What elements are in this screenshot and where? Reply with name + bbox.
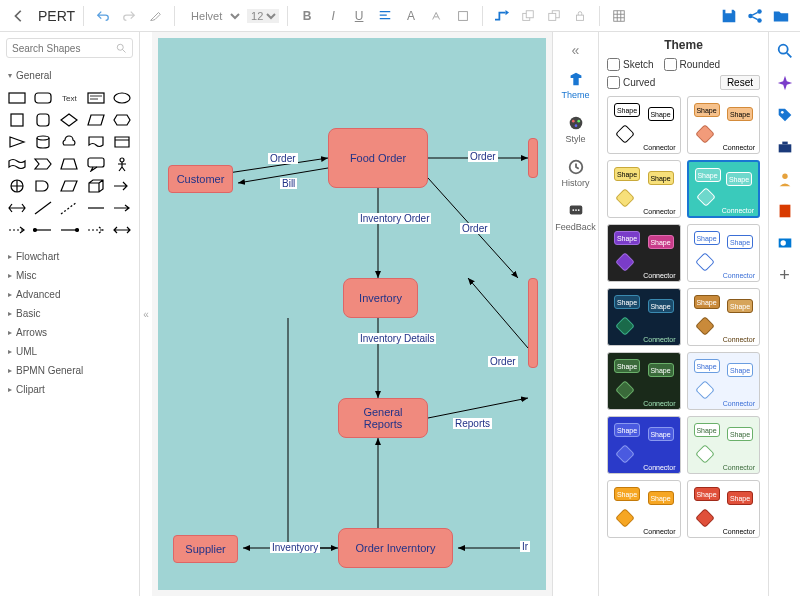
to-back-button[interactable] <box>543 5 565 27</box>
shape-arrow[interactable] <box>111 177 133 195</box>
theme-card-10[interactable]: ShapeShapeConnector <box>607 416 681 474</box>
shape-line2[interactable] <box>85 199 107 217</box>
theme-card-9[interactable]: ShapeShapeConnector <box>687 352 761 410</box>
to-front-button[interactable] <box>517 5 539 27</box>
theme-card-7[interactable]: ShapeShapeConnector <box>687 288 761 346</box>
theme-reset-button[interactable]: Reset <box>720 75 760 90</box>
shape-tape[interactable] <box>6 155 28 173</box>
category-clipart[interactable]: ▸Clipart <box>6 380 133 399</box>
shape-callout[interactable] <box>85 155 107 173</box>
shape-card[interactable] <box>111 133 133 151</box>
rail-history[interactable]: History <box>553 152 598 194</box>
rail-briefcase-icon[interactable] <box>776 138 794 156</box>
rail-office-icon[interactable] <box>776 202 794 220</box>
shape-conn1[interactable] <box>32 221 54 239</box>
shape-rect[interactable] <box>6 89 28 107</box>
theme-rounded-check[interactable]: Rounded <box>664 58 721 71</box>
shape-conn4[interactable] <box>111 221 133 239</box>
category-general[interactable]: ▾General <box>6 66 133 85</box>
sidebar-collapse-handle[interactable]: « <box>140 32 152 596</box>
shape-hexagon[interactable] <box>111 111 133 129</box>
shape-cylinder[interactable] <box>32 133 54 151</box>
rail-style[interactable]: Style <box>553 108 598 150</box>
node-clip-2[interactable] <box>528 278 538 368</box>
node-supplier[interactable]: Supplier <box>173 535 238 563</box>
redo-button[interactable] <box>118 5 140 27</box>
table-button[interactable] <box>608 5 630 27</box>
theme-card-4[interactable]: ShapeShapeConnector <box>607 224 681 282</box>
rail-ai-icon[interactable] <box>776 74 794 92</box>
rail-collapse-button[interactable]: « <box>553 38 598 62</box>
clear-format-button[interactable] <box>452 5 474 27</box>
share-button[interactable] <box>744 5 766 27</box>
shape-diamond[interactable] <box>58 111 80 129</box>
shape-and[interactable] <box>32 177 54 195</box>
shape-cloud[interactable] <box>58 133 80 151</box>
theme-card-13[interactable]: ShapeShapeConnector <box>687 480 761 538</box>
node-food-order[interactable]: Food Order <box>328 128 428 188</box>
bold-button[interactable]: B <box>296 5 318 27</box>
search-shapes-input[interactable] <box>12 43 115 54</box>
category-flowchart[interactable]: ▸Flowchart <box>6 247 133 266</box>
shape-document[interactable] <box>85 133 107 151</box>
category-arrows[interactable]: ▸Arrows <box>6 323 133 342</box>
node-inventory[interactable]: Invertory <box>343 278 418 318</box>
node-clip-1[interactable] <box>528 138 538 178</box>
theme-card-8[interactable]: ShapeShapeConnector <box>607 352 681 410</box>
rail-person-icon[interactable] <box>776 170 794 188</box>
shape-roundrect[interactable] <box>32 89 54 107</box>
shape-trap[interactable] <box>58 155 80 173</box>
highlight-button[interactable] <box>426 5 448 27</box>
theme-card-12[interactable]: ShapeShapeConnector <box>607 480 681 538</box>
shape-biarrow[interactable] <box>6 199 28 217</box>
italic-button[interactable]: I <box>322 5 344 27</box>
theme-card-1[interactable]: ShapeShapeConnector <box>687 96 761 154</box>
connector-style-button[interactable] <box>491 5 513 27</box>
rail-search-icon[interactable] <box>776 42 794 60</box>
shape-textbox[interactable] <box>85 89 107 107</box>
theme-card-11[interactable]: ShapeShapeConnector <box>687 416 761 474</box>
align-button[interactable] <box>374 5 396 27</box>
theme-card-3[interactable]: ShapeShapeConnector <box>687 160 761 218</box>
shape-square[interactable] <box>6 111 28 129</box>
shape-ellipse[interactable] <box>111 89 133 107</box>
shape-conn3[interactable] <box>85 221 107 239</box>
category-misc[interactable]: ▸Misc <box>6 266 133 285</box>
category-bpmn-general[interactable]: ▸BPMN General <box>6 361 133 380</box>
font-size-select[interactable]: 12 <box>247 9 279 23</box>
rail-outlook-icon[interactable] <box>776 234 794 252</box>
shape-text[interactable]: Text <box>58 89 80 107</box>
brush-button[interactable] <box>144 5 166 27</box>
rail-theme[interactable]: Theme <box>553 64 598 106</box>
theme-sketch-check[interactable]: Sketch <box>607 58 654 71</box>
shape-actor[interactable] <box>111 155 133 173</box>
theme-card-6[interactable]: ShapeShapeConnector <box>607 288 681 346</box>
node-order-inventory[interactable]: Order Inverntory <box>338 528 453 568</box>
shape-dasharrow[interactable] <box>6 221 28 239</box>
font-family-select[interactable]: Helvetica <box>183 7 243 25</box>
canvas-area[interactable]: Customer Food Order Invertory General Re… <box>152 32 552 596</box>
theme-curved-check[interactable]: Curved <box>607 76 655 89</box>
search-shapes[interactable] <box>6 38 133 58</box>
category-uml[interactable]: ▸UML <box>6 342 133 361</box>
shape-dashline[interactable] <box>58 199 80 217</box>
shape-triangle[interactable] <box>6 133 28 151</box>
rail-add-button[interactable]: + <box>776 266 794 284</box>
shape-or[interactable] <box>6 177 28 195</box>
category-basic[interactable]: ▸Basic <box>6 304 133 323</box>
diagram-canvas[interactable]: Customer Food Order Invertory General Re… <box>158 38 546 590</box>
theme-card-5[interactable]: ShapeShapeConnector <box>687 224 761 282</box>
category-advanced[interactable]: ▸Advanced <box>6 285 133 304</box>
lock-button[interactable] <box>569 5 591 27</box>
back-button[interactable] <box>8 5 30 27</box>
shape-cube[interactable] <box>85 177 107 195</box>
folder-button[interactable] <box>770 5 792 27</box>
node-general-reports[interactable]: General Reports <box>338 398 428 438</box>
undo-button[interactable] <box>92 5 114 27</box>
shape-roundsq[interactable] <box>32 111 54 129</box>
node-customer[interactable]: Customer <box>168 165 233 193</box>
shape-conn2[interactable] <box>58 221 80 239</box>
save-button[interactable] <box>718 5 740 27</box>
underline-button[interactable]: U <box>348 5 370 27</box>
shape-arrowline[interactable] <box>111 199 133 217</box>
